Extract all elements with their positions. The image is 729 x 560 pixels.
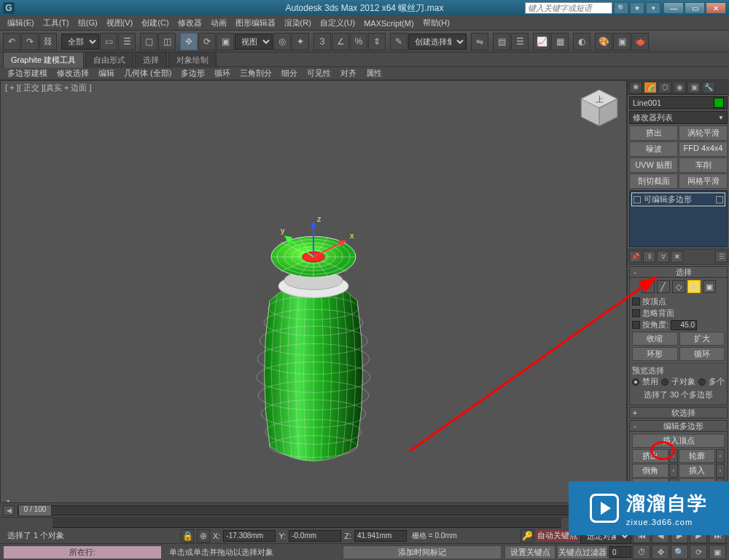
render-setup-icon[interactable]: 🎨 [595,33,612,50]
btn-grow[interactable]: 扩大 [679,332,725,346]
undo-icon[interactable]: ↶ [3,33,20,50]
show-end-icon[interactable]: Ⅱ [643,251,655,262]
tab-hierarchy-icon[interactable]: ⬡ [658,82,671,93]
title-tool-2[interactable]: ★ [630,2,644,14]
ribbon-tab-modeling[interactable]: Graphite 建模工具 [3,52,84,68]
angle-snap-icon[interactable]: ∠ [332,33,349,50]
menu-modifiers[interactable]: 修改器 [174,16,206,30]
menu-group[interactable]: 组(G) [74,16,102,30]
menu-animation[interactable]: 动画 [206,16,231,30]
nav-max-icon[interactable]: ▣ [709,545,726,559]
modbtn-extrude[interactable]: 挤出 [629,125,678,141]
btn-bevel-settings[interactable]: ▫ [669,464,678,478]
subtab-tri[interactable]: 三角剖分 [235,66,276,80]
btn-inset-settings[interactable]: ▫ [716,464,725,478]
modbtn-noise[interactable]: 噪波 [629,141,678,157]
tab-display-icon[interactable]: ▣ [687,82,701,93]
modbtn-meshsmooth[interactable]: 网格平滑 [679,174,728,189]
menu-create[interactable]: 创建(C) [137,16,173,30]
render-frame-icon[interactable]: ▣ [613,33,631,50]
btn-extrude[interactable]: 挤出 [632,449,668,463]
time-ruler[interactable] [52,518,561,528]
subtab-mod-sel[interactable]: 修改选择 [52,66,93,80]
subobj-border-icon[interactable]: ◇ [672,280,685,293]
mirror-icon[interactable]: ⇋ [471,33,488,50]
window-crossing-icon[interactable]: ◫ [158,33,176,50]
chk-ignore-backface[interactable] [632,309,640,317]
tab-modify-icon[interactable]: 🌈 [644,82,657,93]
menu-help[interactable]: 帮助(H) [418,16,454,30]
z-coord[interactable]: 41.941mm [354,530,407,542]
subtab-props[interactable]: 属性 [362,66,386,80]
time-config-icon[interactable]: ⏱ [633,545,650,559]
key-icon[interactable]: 🔑 [521,529,534,542]
radio-multi[interactable] [698,378,706,386]
add-time-tag[interactable]: 添加时间标记 [343,545,502,559]
named-selection-set[interactable]: 创建选择集 [408,34,467,50]
rollout-soft-selection[interactable]: +软选择 [629,407,728,419]
chk-by-vertex[interactable] [632,298,640,306]
btn-insert-vertex[interactable]: 插入顶点 [632,434,725,448]
modifier-stack[interactable]: 可编辑多边形 [629,190,728,247]
lock-icon[interactable]: 🔒 [181,529,194,542]
manip-icon[interactable]: ✦ [292,33,309,50]
object-color-swatch[interactable] [714,98,724,108]
btn-extrude-settings[interactable]: ▫ [669,449,678,463]
ribbon-tab-paint[interactable]: 对象绘制 [168,52,217,68]
configure-icon[interactable]: ☰ [715,251,728,262]
curve-editor-icon[interactable]: 📈 [533,33,550,50]
close-button[interactable]: ✕ [706,2,726,14]
tab-create-icon[interactable]: ✱ [629,82,642,93]
scale-icon[interactable]: ▣ [217,33,234,50]
menu-graph-editors[interactable]: 图形编辑器 [231,16,280,30]
modbtn-ffd[interactable]: FFD 4x4x4 [679,141,728,157]
stack-editable-poly[interactable]: 可编辑多边形 [631,192,725,206]
select-name-icon[interactable]: ☰ [118,33,136,50]
modbtn-turbosmooth[interactable]: 涡轮平滑 [679,125,728,141]
setkey-button[interactable]: 设置关键点 [504,545,555,559]
menu-edit[interactable]: 编辑(E) [3,16,39,30]
ribbon-tab-selection[interactable]: 选择 [135,52,167,68]
redo-icon[interactable]: ↷ [21,33,39,50]
rollout-edit-poly[interactable]: -编辑多边形 [629,420,728,432]
modbtn-uvw[interactable]: UVW 贴图 [629,158,678,173]
script-listener-button[interactable]: 所在行: [3,545,162,559]
select-icon[interactable]: ▭ [100,33,117,50]
frame-field[interactable]: 0 [609,546,631,558]
minimize-button[interactable]: — [663,2,684,14]
ribbon-tab-freeform[interactable]: 自由形式 [85,52,133,68]
x-coord[interactable]: -17.308mm [223,530,276,542]
maximize-button[interactable]: ▭ [685,2,705,14]
remove-mod-icon[interactable]: ✖ [671,251,683,262]
pin-stack-icon[interactable]: 📌 [629,251,642,262]
pivot-icon[interactable]: ◎ [273,33,291,50]
radio-subobj[interactable] [661,378,668,386]
layers-icon[interactable]: ☰ [511,33,529,50]
menu-customize[interactable]: 自定义(U) [316,16,359,30]
subtab-poly[interactable]: 多边形 [176,66,209,80]
angle-spinner[interactable]: 45.0 [671,320,697,330]
subtab-subdiv[interactable]: 细分 [277,66,302,80]
selection-filter[interactable]: 全部 [61,34,99,50]
snap-toggle-icon[interactable]: 3 [313,33,331,50]
subtab-align[interactable]: 对齐 [336,66,361,80]
menu-maxscript[interactable]: MAXScript(M) [359,18,418,29]
subobj-polygon-icon[interactable]: ■ [687,280,701,293]
btn-outline[interactable]: 轮廓 [679,449,715,463]
nav-orbit-icon[interactable]: ⟳ [690,545,707,559]
chk-by-angle[interactable] [632,321,640,329]
align-icon[interactable]: ▤ [493,33,510,50]
modbtn-lathe[interactable]: 车削 [679,158,728,173]
menu-rendering[interactable]: 渲染(R) [280,16,316,30]
menu-tools[interactable]: 工具(T) [39,16,74,30]
btn-inset[interactable]: 插入 [679,464,715,478]
btn-outline-settings[interactable]: ▫ [716,449,725,463]
render-icon[interactable]: 🫖 [631,33,649,50]
rect-select-icon[interactable]: ▢ [140,33,157,50]
rotate-icon[interactable]: ⟳ [198,33,216,50]
btn-ring[interactable]: 环形 [632,347,678,361]
tab-motion-icon[interactable]: ◉ [673,82,686,93]
subobj-vertex-icon[interactable]: · [642,280,655,293]
btn-shrink[interactable]: 收缩 [632,332,678,346]
move-icon[interactable]: ✥ [180,33,198,50]
